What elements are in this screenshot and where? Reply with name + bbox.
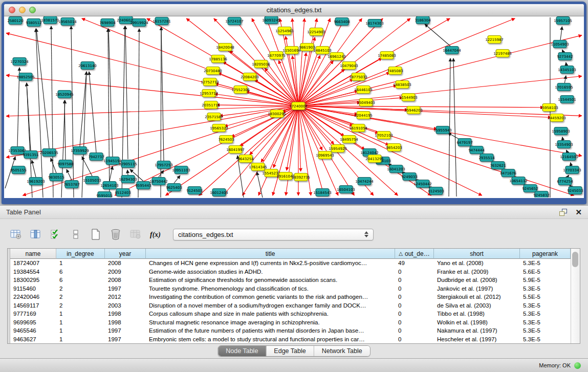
network-window-titlebar[interactable]: citations_edges.txt (4, 4, 584, 16)
table-cell-title[interactable]: Estimation of the future numbers of pati… (146, 327, 395, 334)
network-node[interactable]: 9391351 (23, 151, 38, 159)
table-cell-short[interactable]: Hescheler et al. (1997) (434, 336, 520, 342)
network-node[interactable]: 9861903 (299, 43, 315, 51)
network-node[interactable]: 17052103 (375, 132, 393, 139)
network-node[interactable]: 16191054 (349, 124, 367, 132)
table-cell-short[interactable]: Nakamura et al. (1997) (434, 327, 520, 334)
network-node[interactable]: 13354903 (555, 141, 573, 148)
table-cell-pagerank[interactable]: 5.3E-5 (520, 260, 571, 266)
table-cell-pagerank[interactable]: 5.3E-5 (520, 311, 571, 317)
network-node[interactable]: 9245832 (533, 191, 549, 198)
network-node[interactable]: 14459203 (548, 114, 566, 122)
network-node[interactable]: 18420048 (216, 43, 234, 51)
network-node[interactable]: 17359929 (71, 147, 89, 155)
network-node[interactable]: 16770975 (267, 52, 286, 59)
network-node[interactable]: 12654103 (100, 182, 119, 189)
network-node[interactable]: 14845103 (313, 47, 332, 54)
table-cell-title[interactable]: Tourette syndrome. Phenomenology and cla… (146, 286, 395, 292)
network-node[interactable]: 7698904 (99, 19, 116, 27)
select-columns-icon[interactable] (49, 228, 62, 241)
network-node[interactable]: 20730480 (204, 67, 222, 75)
network-node[interactable]: 17552306 (231, 86, 250, 94)
network-node[interactable]: 19565014 (58, 18, 77, 26)
network-node[interactable]: 18520945 (55, 91, 74, 98)
network-node[interactable]: 20413295 (365, 155, 384, 163)
create-column-icon[interactable] (69, 228, 82, 241)
network-node[interactable]: 2580120 (7, 17, 23, 25)
network-node[interactable]: 11054903 (551, 40, 569, 48)
table-cell-in_degree[interactable]: 2 (56, 294, 105, 300)
network-node[interactable]: 14838503 (393, 81, 411, 89)
table-cell-out_degree[interactable]: 0 (395, 319, 434, 325)
network-node[interactable]: 7624503 (218, 136, 234, 143)
network-node[interactable]: 6774254 (557, 178, 573, 185)
table-cell-year[interactable]: 2008 (105, 260, 146, 266)
network-node[interactable]: 22044195 (354, 112, 373, 119)
network-node[interactable]: 18205016 (252, 60, 270, 68)
network-node[interactable]: 16157281 (153, 17, 171, 25)
network-node[interactable]: 15954923 (329, 145, 347, 152)
table-cell-pagerank[interactable]: 5.6E-5 (520, 269, 571, 275)
network-node[interactable]: 11501694 (282, 47, 301, 54)
close-window-button[interactable] (9, 7, 15, 13)
network-node[interactable]: 15958903 (552, 127, 570, 135)
table-row[interactable]: 969969511998Structural magnetic resonanc… (10, 318, 571, 327)
table-cell-in_degree[interactable]: 1 (56, 260, 105, 266)
table-cell-pagerank[interactable]: 5.9E-5 (520, 277, 571, 283)
network-node[interactable]: 15184543 (313, 189, 332, 196)
network-node[interactable]: 17270324 (10, 58, 29, 65)
table-row[interactable]: 977716911998Corpus callosum shape and si… (10, 310, 571, 318)
network-node[interactable]: 18174303 (365, 19, 384, 27)
network-node[interactable]: 12905115 (119, 160, 137, 168)
column-header-out_degree[interactable]: △out_de… (395, 249, 434, 259)
column-header-pagerank[interactable]: pagerank (520, 249, 571, 259)
table-cell-year[interactable]: 1997 (105, 336, 146, 342)
table-cell-year[interactable]: 2009 (105, 269, 146, 275)
memory-status-indicator[interactable] (574, 362, 581, 369)
table-cell-in_degree[interactable]: 1 (56, 327, 105, 334)
table-cell-title[interactable]: Embryonic stem cells: a model to study s… (146, 336, 395, 342)
table-row[interactable]: 946362711997Embryonic stem cells: a mode… (10, 335, 571, 344)
table-cell-short[interactable]: Yano et al. (2008) (434, 260, 520, 266)
network-node[interactable]: 15957105 (554, 17, 572, 25)
network-node[interactable]: 9245033 (567, 187, 583, 194)
network-node[interactable]: 9380512 (26, 19, 41, 27)
table-row[interactable]: 2242004622012Investigating the contribut… (10, 293, 571, 301)
network-node[interactable]: 19565323 (210, 124, 228, 132)
network-canvas-svg[interactable]: 2580120938051218381571195650147698904224… (4, 16, 584, 198)
float-panel-icon[interactable] (559, 209, 568, 216)
network-node[interactable]: 17240007 (289, 102, 308, 110)
table-cell-title[interactable]: Disruption of a novel member of a sodium… (146, 302, 395, 309)
network-node[interactable]: 12254903 (307, 28, 325, 36)
network-node[interactable]: 15105033 (83, 177, 101, 184)
network-node[interactable]: 7632621 (490, 162, 506, 169)
table-cell-in_degree[interactable]: 1 (56, 319, 105, 325)
network-node[interactable]: 18495754 (340, 136, 358, 143)
network-node[interactable]: 7653787 (63, 181, 79, 188)
network-node[interactable]: 20351715 (202, 101, 220, 109)
new-table-icon[interactable] (89, 228, 102, 241)
table-cell-name[interactable]: 18300295 (10, 277, 56, 283)
table-cell-short[interactable]: Wolkin et al. (1998) (434, 319, 520, 325)
import-table-icon[interactable] (129, 228, 142, 241)
network-node[interactable]: 9249033 (401, 173, 417, 181)
show-columns-icon[interactable] (29, 228, 42, 241)
network-node[interactable]: 15955943 (433, 126, 452, 134)
network-node[interactable]: 15724107 (225, 17, 244, 25)
table-cell-out_degree[interactable]: 0 (395, 302, 434, 309)
network-node[interactable]: 11544501 (558, 96, 576, 103)
tab-edge-table[interactable]: Edge Table (266, 346, 313, 356)
table-cell-out_degree[interactable]: 0 (395, 311, 434, 317)
network-node[interactable]: 15958103 (540, 104, 558, 112)
table-cell-name[interactable]: 9777169 (10, 311, 56, 317)
network-node[interactable]: 16504103 (337, 186, 355, 193)
network-node[interactable]: 18775033 (349, 73, 367, 81)
network-node[interactable]: 19619203 (27, 178, 45, 185)
column-header-year[interactable]: year (105, 249, 146, 259)
network-node[interactable]: 15049403 (357, 99, 375, 106)
network-node[interactable]: 16093245 (262, 16, 280, 24)
network-node[interactable]: 12450442 (413, 180, 432, 188)
network-node[interactable]: 17885136 (209, 55, 227, 63)
table-row[interactable]: 1872400712008Changes of HCN gene express… (10, 259, 571, 268)
network-node[interactable]: 17703343 (563, 166, 581, 174)
